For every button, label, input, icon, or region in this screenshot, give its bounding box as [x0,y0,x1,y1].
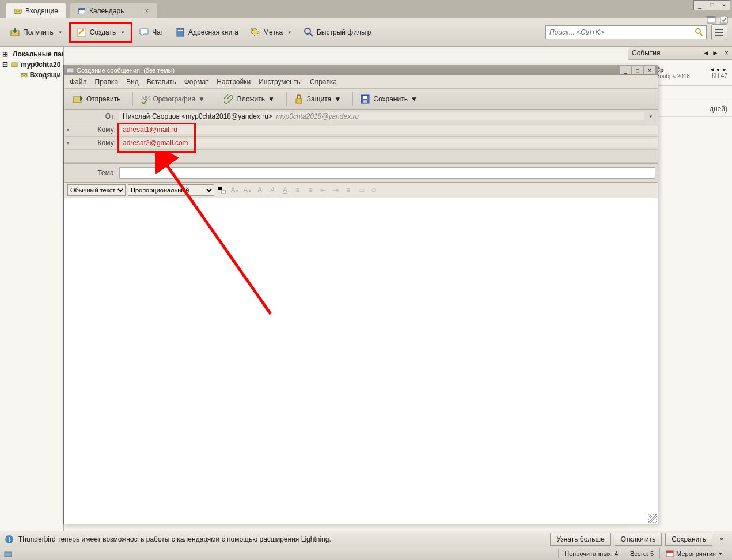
close-panel-icon[interactable]: × [725,49,729,57]
next-arrow-icon[interactable]: ► [712,49,719,57]
collapse-icon[interactable]: ⊟ [2,60,8,69]
to-label[interactable]: Кому: [72,126,119,134]
calendar-icon [78,7,86,15]
paragraph-style-select[interactable]: Обычный текст [67,184,126,196]
tab-inbox[interactable]: Входящие [6,3,66,18]
save-button[interactable]: Сохранить▼ [355,92,422,107]
number-list-icon[interactable]: ≡ [305,185,316,195]
row-handle-icon[interactable]: ▾ [64,127,72,133]
outdent-icon[interactable]: ⇤ [318,185,328,195]
close-button[interactable]: × [718,1,730,10]
notification-bar: i Thunderbird теперь имеет возможность р… [0,531,732,547]
keep-button[interactable]: Сохранить [665,533,712,546]
underline-icon[interactable]: A [280,185,290,195]
message-body[interactable] [64,198,658,524]
app-menu-button[interactable] [711,24,727,40]
pencil-icon [77,27,87,37]
svg-rect-4 [707,16,715,18]
font-select[interactable]: Пропорциональный [128,184,214,196]
insert-image-icon[interactable]: ▭ [356,185,366,195]
from-dropdown-icon[interactable]: ▼ [644,114,658,119]
svg-rect-9 [178,30,183,31]
insert-emoji-icon[interactable]: ☺ [369,185,379,195]
hamburger-icon [715,32,723,33]
attach-button[interactable]: Вложить▼ [219,92,279,107]
disable-button[interactable]: Отключить [615,533,662,546]
bold-icon[interactable]: A [255,185,265,195]
menu-help[interactable]: Справка [310,78,337,86]
button-label: Защита [307,95,332,103]
align-icon[interactable]: ≡ [343,185,354,195]
row-handle-icon[interactable]: ▾ [64,141,72,146]
tab-close-icon[interactable]: × [145,7,149,15]
svg-rect-24 [73,97,81,103]
menu-file[interactable]: Файл [70,78,87,86]
menu-format[interactable]: Формат [184,78,209,86]
row-label: дней) [710,105,727,113]
tab-label: Календарь [89,7,124,15]
menu-insert[interactable]: Вставить [147,78,176,86]
security-button[interactable]: Защита▼ [289,92,346,107]
compose-titlebar[interactable]: Создание сообщения: (без темы) _ □ × [64,65,658,75]
menu-view[interactable]: Вид [126,78,139,86]
calendar-shortcut-icon[interactable] [707,15,716,24]
tree-label: myp0chta20 [21,60,60,69]
compose-toolbar: Отправить ABC Орфография▼ Вложить▼ Защит… [64,89,658,110]
spell-button[interactable]: ABC Орфография▼ [135,92,210,107]
tree-inbox[interactable]: Входящи [0,70,63,80]
resize-grip-icon[interactable] [648,514,657,523]
tree-label: Входящи [30,71,61,79]
search-box[interactable] [545,25,707,39]
indent-icon[interactable]: ⇥ [331,185,341,195]
from-field[interactable]: Николай Сворцов <myp0chta2018@yandex.ru>… [119,112,644,120]
minimize-button[interactable]: _ [694,1,706,10]
get-mail-button[interactable]: Получить▼ [5,24,68,40]
address-book-button[interactable]: Адресная книга [170,24,244,40]
tab-calendar[interactable]: Календарь × [70,3,157,18]
from-label: От: [64,112,119,120]
close-notification-icon[interactable]: × [716,533,727,545]
chat-button[interactable]: Чат [134,24,169,40]
tree-account[interactable]: ⊟ myp0chta20 [0,59,63,70]
svg-line-12 [310,33,313,36]
italic-icon[interactable]: A [267,185,278,195]
prev-arrow-icon[interactable]: ◄ [703,49,710,57]
compose-maximize-button[interactable]: □ [632,66,643,75]
svg-rect-31 [222,190,225,194]
to-field-2[interactable]: adresat2@gmail.com [119,139,658,147]
format-toolbar: Обычный текст Пропорциональный A▾ A▴ A A… [64,183,658,198]
week-number: КН 47 [712,73,727,79]
menu-edit[interactable]: Правка [95,78,119,86]
search-input[interactable] [548,28,695,37]
subject-input[interactable] [119,167,655,179]
learn-more-button[interactable]: Узнать больше [550,533,610,546]
prev-day-icon[interactable]: ◄ [709,66,715,73]
svg-rect-2 [79,9,85,10]
color-picker-icon[interactable] [217,185,227,195]
tasks-shortcut-icon[interactable] [719,15,729,24]
tag-button[interactable]: Метка▼ [245,24,297,40]
menu-tools[interactable]: Инструменты [259,78,302,86]
menu-options[interactable]: Настройки [217,78,251,86]
create-button[interactable]: Создать▼ [69,22,133,43]
svg-point-13 [696,29,700,33]
compose-close-button[interactable]: × [644,66,655,75]
to-field-1[interactable]: adresat1@mail.ru [119,126,658,134]
to-label[interactable]: Кому: [72,139,119,147]
quick-filter-button[interactable]: Быстрый фильтр [298,24,376,40]
bullet-list-icon[interactable]: ≡ [293,185,303,195]
floppy-icon [360,94,370,104]
send-button[interactable]: Отправить [67,91,126,107]
font-size-down-icon[interactable]: A▾ [229,185,240,195]
maximize-button[interactable]: □ [706,1,718,10]
dropdown-caret-icon: ▼ [120,30,125,35]
compose-minimize-button[interactable]: _ [620,66,631,75]
today-icon[interactable]: ● [716,66,720,73]
search-icon [304,27,314,37]
expand-icon[interactable]: ⊞ [2,50,8,58]
font-size-up-icon[interactable]: A▴ [242,185,252,195]
agenda-toggle[interactable]: Мероприятия ▼ [659,548,729,559]
next-day-icon[interactable]: ► [722,66,727,73]
button-label: Создать [90,28,116,36]
tree-local-folders[interactable]: ⊞ Локальные папки [0,49,63,59]
